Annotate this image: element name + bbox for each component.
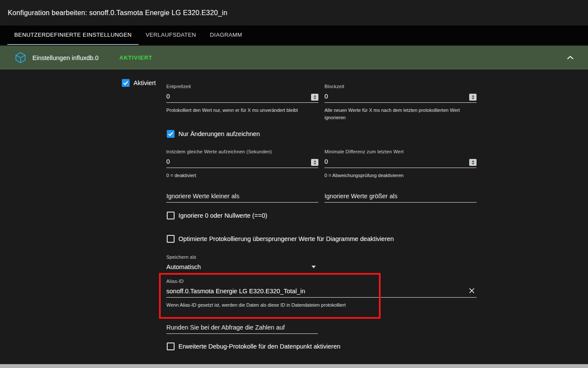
blockzeit-input[interactable]	[324, 93, 477, 101]
field-input-row	[166, 91, 318, 103]
speichern-als-select[interactable]: Automatisch	[166, 261, 318, 273]
field-input-row	[166, 322, 318, 334]
min-differenz-input[interactable]	[324, 158, 477, 166]
bottom-bar	[0, 364, 588, 368]
tab-custom-settings[interactable]: BENUTZERDEFINIERTE EINSTELLUNGEN	[7, 25, 139, 45]
number-spinner[interactable]	[469, 159, 477, 166]
select-value: Automatisch	[166, 263, 311, 271]
chevron-up-icon[interactable]	[566, 54, 575, 61]
field-ignore-below	[166, 189, 318, 203]
adapter-status-badge: AKTIVIERT	[119, 54, 153, 61]
alias-id-input[interactable]	[166, 288, 477, 295]
field-help: 0 = deaktiviert	[166, 172, 318, 179]
ignore-above-input[interactable]	[324, 193, 477, 200]
number-spinner[interactable]	[311, 159, 318, 166]
field-help: Alle neuen Werte für X ms nach dem letzt…	[324, 107, 477, 121]
field-input-row	[324, 190, 477, 203]
gleiche-werte-input[interactable]	[166, 158, 318, 166]
field-label: Speichern als	[166, 254, 318, 260]
disable-skip-opt-checkbox[interactable]	[167, 235, 175, 243]
field-min-differenz: Minimale Differenz zum letzten Wert 0 = …	[324, 149, 477, 179]
tab-label: DIAGRAMM	[210, 32, 242, 38]
field-input-row	[166, 190, 318, 203]
field-help: Wenn Alias-ID gesetzt ist, werden die Da…	[166, 301, 477, 309]
field-input-row	[324, 156, 477, 168]
clear-alias-button[interactable]	[468, 287, 476, 295]
ignore-zero-checkbox[interactable]	[167, 212, 175, 219]
field-label: trotzdem gleiche Werte aufzeichnen (Seku…	[166, 149, 318, 154]
field-round	[166, 320, 318, 334]
field-label: Minimale Differenz zum letzten Wert	[324, 149, 477, 154]
field-blockzeit: Blockzeit Alle neuen Werte für X ms nach…	[324, 84, 477, 121]
tab-label: VERLAUFSDATEN	[146, 32, 196, 38]
field-speichern-als: Speichern als Automatisch	[166, 254, 318, 273]
tab-label: BENUTZERDEFINIERTE EINSTELLUNGEN	[14, 32, 132, 38]
checkbox-row-aktiviert[interactable]: Aktiviert	[122, 79, 156, 87]
checkbox-label: Erweiterte Debug-Protokolle für den Date…	[178, 343, 340, 350]
checkbox-label: Optimierte Protokollierung übersprungene…	[178, 235, 394, 242]
influxdb-icon	[15, 52, 26, 63]
checkbox-label: Aktiviert	[133, 79, 156, 86]
tab-chart[interactable]: DIAGRAMM	[203, 25, 249, 45]
checkbox-row-ignore-zero[interactable]: Ignoriere 0 oder Nullwerte (==0)	[167, 212, 267, 219]
aktiviert-checkbox[interactable]	[122, 79, 130, 87]
edit-config-dialog: Letzt Konfiguration bearbeiten: sonoff.0…	[0, 0, 588, 368]
checkbox-row-debug[interactable]: Erweiterte Debug-Protokolle für den Date…	[167, 343, 340, 350]
tab-bar: BENUTZERDEFINIERTE EINSTELLUNGEN VERLAUF…	[0, 25, 588, 45]
field-label: Blockzeit	[324, 84, 477, 89]
field-label: Alias-ID	[166, 279, 477, 284]
field-input-row	[166, 156, 318, 168]
nur-aenderungen-checkbox[interactable]	[167, 130, 175, 138]
field-entprellzeit: Entprellzeit Protokolliert den Wert nur,…	[166, 84, 318, 114]
number-spinner[interactable]	[311, 94, 318, 101]
field-input-row	[324, 91, 477, 103]
number-spinner[interactable]	[469, 94, 477, 101]
checkbox-label: Ignoriere 0 oder Nullwerte (==0)	[178, 212, 267, 219]
adapter-title: Einstellungen influxdb.0	[32, 54, 99, 61]
page-title: Konfiguration bearbeiten: sonoff.0.Tasmo…	[8, 9, 227, 17]
entprellzeit-input[interactable]	[166, 93, 318, 101]
dialog-header: Konfiguration bearbeiten: sonoff.0.Tasmo…	[0, 0, 588, 25]
field-alias-id: Alias-ID Wenn Alias-ID gesetzt ist, werd…	[166, 279, 477, 309]
ignore-below-input[interactable]	[166, 193, 318, 200]
round-input[interactable]	[166, 324, 318, 332]
field-help: 0 = Abweichungsprüfung deaktivieren	[324, 172, 477, 179]
adapter-header[interactable]: Einstellungen influxdb.0 AKTIVIERT	[0, 46, 588, 70]
field-label: Entprellzeit	[166, 84, 318, 89]
field-gleiche-werte: trotzdem gleiche Werte aufzeichnen (Seku…	[166, 149, 318, 179]
checkbox-label: Nur Änderungen aufzeichnen	[178, 130, 260, 137]
debug-checkbox[interactable]	[167, 343, 175, 350]
field-ignore-above	[324, 189, 477, 203]
field-help: Protokolliert den Wert nur, wenn er für …	[166, 107, 318, 114]
dropdown-arrow-icon	[311, 266, 316, 268]
tab-history-data[interactable]: VERLAUFSDATEN	[139, 25, 203, 45]
checkbox-row-disable-skip-opt[interactable]: Optimierte Protokollierung übersprungene…	[167, 235, 394, 243]
checkbox-row-nur-aenderungen[interactable]: Nur Änderungen aufzeichnen	[167, 130, 260, 138]
field-input-row	[166, 286, 477, 298]
